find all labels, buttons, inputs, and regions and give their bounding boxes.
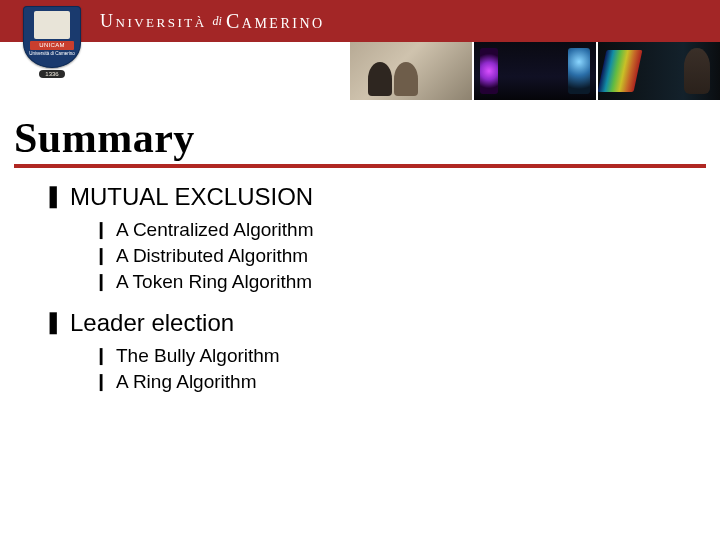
crest-subtitle: Università di Camerino [29, 51, 75, 56]
outline-sub-group: ❙ A Centralized Algorithm ❙ A Distribute… [44, 216, 702, 308]
outline-subitem-label: A Token Ring Algorithm [116, 270, 312, 294]
bullet-lvl2-icon: ❙ [94, 270, 116, 294]
outline-subitem: ❙ A Centralized Algorithm [94, 218, 702, 242]
university-name-word2: Camerino [226, 10, 325, 33]
outline-sub-group: ❙ The Bully Algorithm ❙ A Ring Algorithm [44, 342, 702, 408]
bullet-lvl2-icon: ❙ [94, 344, 116, 368]
bullet-lvl1-icon: ❚ [44, 308, 70, 336]
header-photo-students [350, 42, 472, 100]
outline-subitem-label: The Bully Algorithm [116, 344, 280, 368]
outline-subitem: ❙ A Token Ring Algorithm [94, 270, 702, 294]
header-photo-lab [474, 42, 596, 100]
crest-band-label: UNICAM [30, 41, 74, 50]
slide-title-block: Summary [14, 114, 706, 168]
outline-item-label: MUTUAL EXCLUSION [70, 182, 313, 212]
university-name-word1: Università [100, 11, 207, 32]
outline-item: ❚ Leader election [44, 308, 702, 338]
bullet-lvl1-icon: ❚ [44, 182, 70, 210]
slide-title: Summary [14, 114, 706, 162]
outline-subitem-label: A Ring Algorithm [116, 370, 256, 394]
crest-inner-icon [34, 11, 70, 39]
crest-year-ribbon: 1336 [39, 70, 64, 78]
slide-header: UNICAM Università di Camerino 1336 Unive… [0, 0, 720, 108]
outline-subitem: ❙ A Ring Algorithm [94, 370, 702, 394]
outline-subitem-label: A Distributed Algorithm [116, 244, 308, 268]
crest-shield-icon: UNICAM Università di Camerino [23, 6, 81, 68]
bullet-lvl2-icon: ❙ [94, 370, 116, 394]
outline-subitem: ❙ A Distributed Algorithm [94, 244, 702, 268]
bullet-lvl2-icon: ❙ [94, 218, 116, 242]
university-crest: UNICAM Università di Camerino 1336 [18, 6, 86, 98]
outline-item: ❚ MUTUAL EXCLUSION [44, 182, 702, 212]
university-name-di: di [213, 14, 222, 29]
header-photo-strip [350, 42, 720, 100]
outline-subitem-label: A Centralized Algorithm [116, 218, 314, 242]
outline-item-label: Leader election [70, 308, 234, 338]
slide-content: ❚ MUTUAL EXCLUSION ❙ A Centralized Algor… [0, 168, 720, 408]
bullet-lvl2-icon: ❙ [94, 244, 116, 268]
outline-subitem: ❙ The Bully Algorithm [94, 344, 702, 368]
university-name: Università di Camerino [100, 6, 325, 36]
header-photo-spectrum [598, 42, 720, 100]
